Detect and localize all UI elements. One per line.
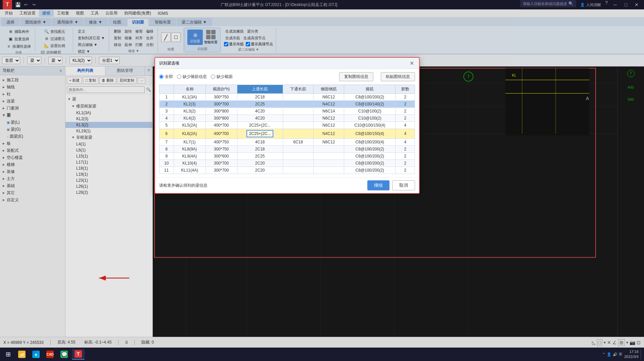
- btn-cancel[interactable]: 取消: [392, 180, 415, 190]
- dialog-close-btn[interactable]: ✕: [408, 60, 415, 66]
- taskbar-cad[interactable]: CAD: [44, 349, 56, 360]
- cell-top: 2C18: [237, 94, 283, 101]
- beam-identify-dialog: 识别梁选项 ✕ 全部 缺少箍筋信息 缺少截面: [154, 57, 420, 194]
- cell-count: 4: [396, 139, 415, 146]
- cell-top: 4C20: [237, 115, 283, 122]
- cell-stirrup: C8@100/200(2): [344, 160, 396, 167]
- cell-side: N4C12: [313, 129, 344, 139]
- cell-stirrup: C8@100/200(2): [344, 146, 396, 153]
- cell-section: 300*800: [205, 115, 237, 122]
- taskbar-right: ⌃ 👤 🔊 英 17:16 2022/3/4: [602, 349, 642, 360]
- cell-section: 300*750: [205, 146, 237, 153]
- taskbar-wechat[interactable]: 💬: [58, 349, 71, 360]
- cell-bottom: [283, 129, 313, 139]
- cell-count: 4: [396, 129, 415, 139]
- cell-bottom: [283, 101, 313, 108]
- cell-side: [313, 160, 344, 167]
- dialog-body: 全部 缺少箍筋信息 缺少截面 复制图纸信息 粘贴图纸信息: [155, 69, 419, 177]
- cell-section: 300*800: [205, 108, 237, 115]
- start-btn[interactable]: ⊞: [2, 348, 14, 360]
- label-missing-section: 缺少截面: [217, 74, 233, 80]
- taskbar-left: ⊞ 📁 e CAD 💬 T: [2, 348, 85, 360]
- table-row[interactable]: 9 KL9(4A) 300*600 2C25 C8@100/200(2) 2: [159, 153, 415, 160]
- filter-missing-stirrup[interactable]: 缺少箍筋信息: [177, 74, 207, 80]
- cell-count: 2: [396, 160, 415, 167]
- cell-bottom: [283, 167, 313, 174]
- dialog-header: 识别梁选项 ✕: [155, 58, 419, 69]
- cell-name: KL2(3): [174, 101, 205, 108]
- taskbar-explorer[interactable]: 📁: [15, 349, 28, 360]
- cell-top[interactable]: 2C25+(2C...: [237, 129, 283, 139]
- cell-name: KL4(2): [174, 115, 205, 122]
- cell-section: 400*700: [205, 122, 237, 129]
- cell-top: 4C20: [237, 108, 283, 115]
- cell-side: N6C14: [313, 108, 344, 115]
- cell-top: 2C20: [237, 167, 283, 174]
- table-row[interactable]: 11 KL11(4A) 300*700 2C20 C8@100/200(2) 2: [159, 167, 415, 174]
- table-row[interactable]: 6 KL6(2A) 400*700 2C25+(2C... N4C12 C8@1…: [159, 129, 415, 139]
- cell-side: [313, 167, 344, 174]
- footer-btn-group: 继续 取消: [367, 180, 415, 190]
- radio-missing-stirrup[interactable]: [177, 75, 181, 79]
- cell-side: N6C12: [313, 122, 344, 129]
- cell-side: N6C12: [313, 94, 344, 101]
- label-all: 全部: [165, 74, 173, 80]
- btn-continue[interactable]: 继续: [367, 180, 389, 190]
- footer-message: 请检查并确认得到的梁信息: [159, 183, 208, 188]
- cell-section: 300*700: [205, 167, 237, 174]
- cell-side: N6C12: [313, 115, 344, 122]
- cell-section: 300*600: [205, 153, 237, 160]
- btn-copy-drawing-info[interactable]: 复制图纸信息: [339, 72, 373, 81]
- radio-all[interactable]: [159, 75, 164, 79]
- filter-missing-section[interactable]: 缺少截面: [211, 74, 233, 80]
- cell-section: 400*700: [205, 129, 237, 139]
- table-row[interactable]: 8 KL8(9A) 300*750 2C18 C8@100/200(2) 2: [159, 146, 415, 153]
- cell-no: 2: [159, 101, 174, 108]
- table-row[interactable]: 10 KL10(4) 300*700 2C20 C8@100/200(2) 2: [159, 160, 415, 167]
- cell-stirrup: C8@100/150(4): [344, 129, 396, 139]
- col-side: 侧面钢筋: [313, 85, 344, 94]
- table-row[interactable]: 4 KL4(2) 300*800 4C20 N6C12 C10@100(2) 2: [159, 115, 415, 122]
- cell-bottom: [283, 160, 313, 167]
- table-row[interactable]: 5 KL5(2A) 400*700 2C25+(2C... N6C12 C10@…: [159, 122, 415, 129]
- cell-side: [313, 153, 344, 160]
- cell-stirrup: C10@100(2): [344, 115, 396, 122]
- col-count: 胶数: [396, 85, 415, 94]
- cell-bottom: [283, 122, 313, 129]
- cell-bottom: [283, 153, 313, 160]
- cell-stirrup: C8@100/200(4): [344, 139, 396, 146]
- table-row[interactable]: 7 KL7(1) 400*750 4C18 6C18 N6C12 C8@100/…: [159, 139, 415, 146]
- sys-tray[interactable]: ⌃ 👤 🔊 英: [602, 352, 622, 357]
- cell-bottom: [283, 115, 313, 122]
- cell-top: 4C18: [237, 139, 283, 146]
- radio-missing-section[interactable]: [211, 75, 215, 79]
- cell-count: 4: [396, 122, 415, 129]
- beam-table-container: 名称 截面(b*h) 上通长筋 下通长筋 侧面钢筋 箍筋 胶数 1 KL1(3A…: [159, 85, 415, 174]
- dialog-title: 识别梁选项: [159, 60, 179, 66]
- cell-count: 2: [396, 101, 415, 108]
- cell-stirrup: C10@100/150(4): [344, 122, 396, 129]
- filter-all[interactable]: 全部: [159, 74, 173, 80]
- taskbar-edge[interactable]: e: [30, 349, 42, 360]
- table-row[interactable]: 3 KL3(2) 300*800 4C20 N6C14 C10@100(2) 2: [159, 108, 415, 115]
- beam-table-body: 1 KL1(3A) 300*750 2C18 N6C12 C8@100/200(…: [159, 94, 415, 174]
- cell-side: [313, 146, 344, 153]
- cell-bottom: [283, 108, 313, 115]
- cell-name: KL5(2A): [174, 122, 205, 129]
- cell-top: 2C25: [237, 153, 283, 160]
- cell-name: KL10(4): [174, 160, 205, 167]
- table-row[interactable]: 1 KL1(3A) 300*750 2C18 N6C12 C8@100/200(…: [159, 94, 415, 101]
- cell-stirrup: C10@100(2): [344, 108, 396, 115]
- col-no: [159, 85, 174, 94]
- show-desktop[interactable]: [641, 349, 642, 359]
- cell-no: 3: [159, 108, 174, 115]
- col-top: 上通长筋: [237, 85, 283, 94]
- table-row[interactable]: 2 KL2(3) 300*700 2C25 N4C12 C8@100/140(2…: [159, 101, 415, 108]
- taskbar-gtj[interactable]: T: [72, 349, 85, 360]
- col-stirrup: 箍筋: [344, 85, 396, 94]
- cell-stirrup: C8@100/200(2): [344, 153, 396, 160]
- btn-paste-drawing-info[interactable]: 粘贴图纸信息: [381, 72, 415, 81]
- cell-section: 300*700: [205, 101, 237, 108]
- cell-side: N6C12: [313, 139, 344, 146]
- cell-name: KL11(4A): [174, 167, 205, 174]
